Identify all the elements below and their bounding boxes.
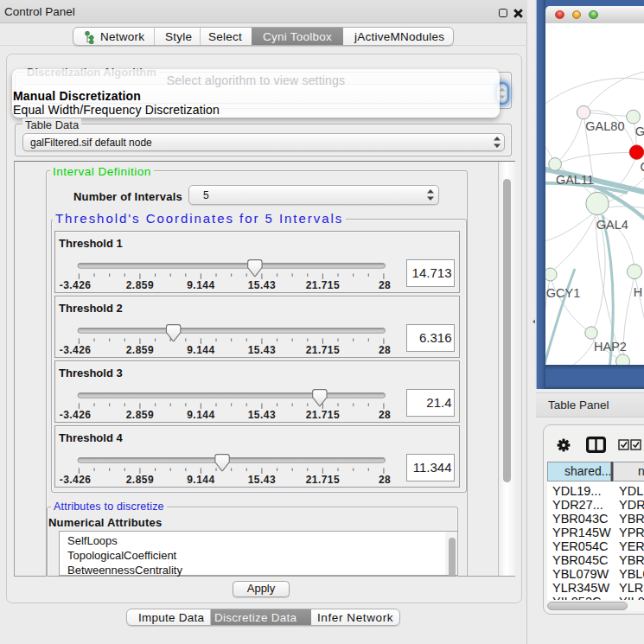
svg-text:G: G bbox=[635, 124, 644, 138]
svg-text:9.144: 9.144 bbox=[187, 279, 214, 291]
svg-text:21.715: 21.715 bbox=[306, 279, 340, 291]
svg-text:GAL80: GAL80 bbox=[585, 119, 624, 133]
svg-text:21.715: 21.715 bbox=[306, 344, 340, 356]
svg-text:-3.426: -3.426 bbox=[60, 474, 92, 486]
svg-text:28: 28 bbox=[379, 474, 391, 486]
svg-text:2.859: 2.859 bbox=[126, 279, 154, 291]
svg-text:21.715: 21.715 bbox=[306, 474, 340, 486]
svg-text:9.144: 9.144 bbox=[187, 344, 214, 356]
svg-text:2.859: 2.859 bbox=[126, 344, 154, 356]
svg-text:9.144: 9.144 bbox=[187, 474, 214, 486]
svg-text:GAL4: GAL4 bbox=[596, 218, 628, 232]
svg-text:H: H bbox=[634, 285, 642, 299]
svg-text:GCY1: GCY1 bbox=[546, 286, 581, 300]
svg-text:28: 28 bbox=[379, 344, 391, 356]
svg-text:2.859: 2.859 bbox=[126, 474, 154, 486]
svg-text:-3.426: -3.426 bbox=[60, 279, 92, 291]
svg-text:15.43: 15.43 bbox=[248, 474, 276, 486]
svg-text:GAL11: GAL11 bbox=[556, 173, 594, 187]
svg-text:28: 28 bbox=[379, 409, 391, 421]
svg-text:HAP2: HAP2 bbox=[594, 340, 627, 354]
svg-text:28: 28 bbox=[379, 279, 391, 291]
svg-text:15.43: 15.43 bbox=[248, 409, 276, 421]
svg-text:15.43: 15.43 bbox=[248, 279, 276, 291]
svg-text:-3.426: -3.426 bbox=[60, 409, 92, 421]
svg-text:21.715: 21.715 bbox=[306, 409, 340, 421]
svg-text:2.859: 2.859 bbox=[126, 409, 154, 421]
svg-text:C: C bbox=[641, 160, 644, 174]
svg-text:9.144: 9.144 bbox=[187, 409, 214, 421]
svg-text:-3.426: -3.426 bbox=[60, 344, 92, 356]
svg-text:15.43: 15.43 bbox=[248, 344, 276, 356]
